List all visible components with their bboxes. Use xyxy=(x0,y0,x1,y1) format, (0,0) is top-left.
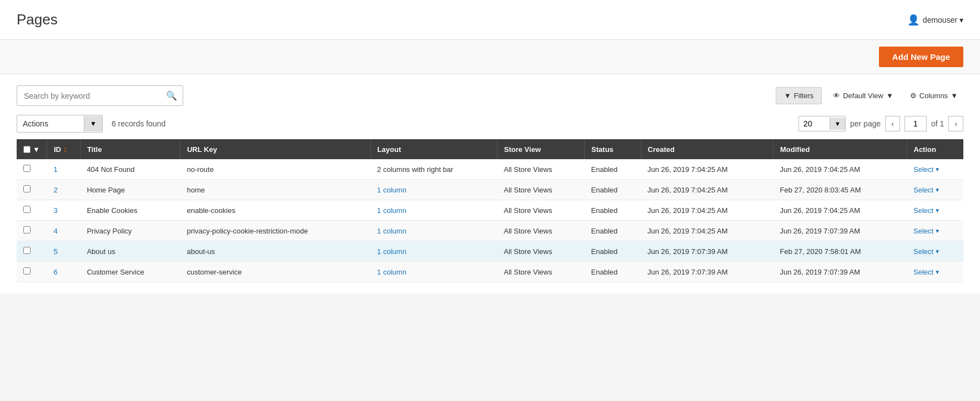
row-checkbox[interactable] xyxy=(23,185,31,192)
per-page-select[interactable]: 20 xyxy=(799,116,830,131)
view-dropdown-arrow: ▼ xyxy=(886,92,893,100)
row-title: Enable Cookies xyxy=(80,200,180,221)
per-page-arrow-button[interactable]: ▼ xyxy=(830,118,845,130)
columns-button[interactable]: ⚙ Columns ▼ xyxy=(904,88,963,104)
url-key-text: enable-cookies xyxy=(187,206,235,215)
row-checkbox[interactable] xyxy=(23,165,31,172)
th-action: Action xyxy=(907,139,963,159)
created-text: Jun 26, 2019 7:07:39 AM xyxy=(647,268,728,276)
th-layout[interactable]: Layout xyxy=(370,139,497,159)
id-link[interactable]: 5 xyxy=(53,247,57,256)
current-page-input[interactable] xyxy=(904,116,927,131)
row-id: 5 xyxy=(47,241,80,262)
header-checkbox-arrow[interactable]: ▼ xyxy=(33,145,40,154)
select-link[interactable]: Select ▼ xyxy=(913,227,957,235)
layout-link[interactable]: 1 column xyxy=(377,268,406,276)
th-title[interactable]: Title xyxy=(80,139,180,159)
actions-dropdown-button[interactable]: ▼ xyxy=(84,116,102,131)
table-row: 4 Privacy Policy privacy-policy-cookie-r… xyxy=(17,221,963,241)
th-store-view[interactable]: Store View xyxy=(497,139,584,159)
th-status[interactable]: Status xyxy=(585,139,641,159)
row-created: Jun 26, 2019 7:07:39 AM xyxy=(641,262,773,282)
prev-page-button[interactable]: ‹ xyxy=(885,116,900,131)
th-id[interactable]: ID ↕ xyxy=(47,139,80,159)
of-pages-label: of 1 xyxy=(931,119,944,128)
actions-select-wrap: Actions ▼ xyxy=(17,115,103,133)
status-text: Enabled xyxy=(591,165,618,174)
select-link[interactable]: Select ▼ xyxy=(913,206,957,215)
status-text: Enabled xyxy=(591,247,618,256)
layout-link[interactable]: 1 column xyxy=(377,247,406,256)
user-label: demouser ▾ xyxy=(923,16,963,24)
row-checkbox-cell xyxy=(17,200,47,221)
row-checkbox-cell xyxy=(17,159,47,180)
next-page-button[interactable]: › xyxy=(948,116,963,131)
modified-text: Jun 26, 2019 7:04:25 AM xyxy=(780,165,861,174)
select-arrow: ▼ xyxy=(934,187,940,193)
select-link[interactable]: Select ▼ xyxy=(913,268,957,276)
search-input[interactable] xyxy=(17,87,160,105)
row-url-key: home xyxy=(180,180,370,200)
select-link[interactable]: Select ▼ xyxy=(913,247,957,256)
row-checkbox[interactable] xyxy=(23,206,31,213)
row-created: Jun 26, 2019 7:07:39 AM xyxy=(641,241,773,262)
row-id: 4 xyxy=(47,221,80,241)
search-box: 🔍 xyxy=(17,85,183,106)
row-checkbox[interactable] xyxy=(23,267,31,275)
add-new-page-button[interactable]: Add New Page xyxy=(879,47,963,67)
layout-link[interactable]: 1 column xyxy=(377,206,406,215)
id-link[interactable]: 3 xyxy=(53,206,57,215)
th-checkbox: ▼ xyxy=(17,139,47,159)
row-action: Select ▼ xyxy=(907,200,963,221)
table-row: 6 Customer Service customer-service 1 co… xyxy=(17,262,963,282)
select-link[interactable]: Select ▼ xyxy=(913,165,957,174)
user-menu[interactable]: 👤 demouser ▾ xyxy=(907,14,963,26)
row-action: Select ▼ xyxy=(907,159,963,180)
created-text: Jun 26, 2019 7:04:25 AM xyxy=(647,227,728,235)
modified-text: Jun 26, 2019 7:07:39 AM xyxy=(780,268,861,276)
th-url-key[interactable]: URL Key xyxy=(180,139,370,159)
table-row: 2 Home Page home 1 column All Store View… xyxy=(17,180,963,200)
row-status: Enabled xyxy=(585,180,641,200)
id-link[interactable]: 2 xyxy=(53,186,57,194)
search-button[interactable]: 🔍 xyxy=(160,86,183,105)
actions-select[interactable]: Actions xyxy=(17,115,84,132)
status-text: Enabled xyxy=(591,268,618,276)
select-link[interactable]: Select ▼ xyxy=(913,186,957,194)
row-modified: Jun 26, 2019 7:04:25 AM xyxy=(773,200,907,221)
row-created: Jun 26, 2019 7:04:25 AM xyxy=(641,159,773,180)
row-url-key: no-route xyxy=(180,159,370,180)
modified-text: Feb 27, 2020 8:03:45 AM xyxy=(780,186,861,194)
th-modified[interactable]: Modified xyxy=(773,139,907,159)
layout-link[interactable]: 1 column xyxy=(377,186,406,194)
default-view-button[interactable]: 👁 Default View ▼ xyxy=(827,88,899,104)
row-modified: Jun 26, 2019 7:07:39 AM xyxy=(773,221,907,241)
modified-text: Jun 26, 2019 7:07:39 AM xyxy=(780,227,861,235)
layout-link[interactable]: 1 column xyxy=(377,227,406,235)
filter-icon: ▼ xyxy=(784,92,791,100)
columns-label: Columns xyxy=(919,92,948,100)
title-text: Customer Service xyxy=(87,268,144,276)
store-view-text: All Store Views xyxy=(504,227,552,235)
row-store-view: All Store Views xyxy=(497,241,584,262)
url-key-text: about-us xyxy=(187,247,215,256)
sort-icon: ↕ xyxy=(63,145,67,154)
row-store-view: All Store Views xyxy=(497,221,584,241)
filters-button[interactable]: ▼ Filters xyxy=(776,87,822,104)
th-created[interactable]: Created xyxy=(641,139,773,159)
row-modified: Jun 26, 2019 7:07:39 AM xyxy=(773,262,907,282)
row-layout: 1 column xyxy=(370,262,497,282)
status-text: Enabled xyxy=(591,227,618,235)
row-modified: Jun 26, 2019 7:04:25 AM xyxy=(773,159,907,180)
title-text: 404 Not Found xyxy=(87,165,134,174)
select-all-checkbox[interactable] xyxy=(23,146,31,153)
title-text: Home Page xyxy=(87,186,125,194)
toolbar-bar: Add New Page xyxy=(0,40,980,74)
records-count: 6 records found xyxy=(112,119,165,128)
row-checkbox[interactable] xyxy=(23,226,31,234)
of-label: of xyxy=(931,119,938,128)
id-link[interactable]: 6 xyxy=(53,268,57,276)
id-link[interactable]: 1 xyxy=(53,165,57,174)
id-link[interactable]: 4 xyxy=(53,227,57,235)
row-checkbox[interactable] xyxy=(23,247,31,254)
